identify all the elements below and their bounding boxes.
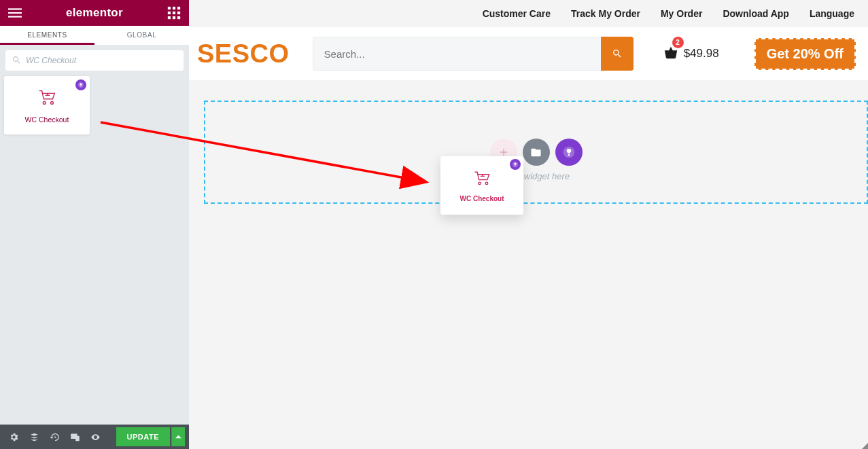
svg-rect-10 xyxy=(173,16,175,19)
update-button[interactable]: UPDATE xyxy=(116,427,170,446)
ghost-label: WC Checkout xyxy=(460,195,504,202)
site-logo[interactable]: SESCO xyxy=(197,39,290,69)
svg-rect-9 xyxy=(168,16,171,19)
svg-rect-0 xyxy=(8,8,22,10)
svg-rect-8 xyxy=(177,12,180,14)
nav-language[interactable]: Language xyxy=(810,8,854,19)
nav-download-app[interactable]: Download App xyxy=(723,8,788,19)
tab-global[interactable]: GLOBAL xyxy=(94,26,189,45)
site-header: SESCO 2 $49.98 Get 20% Off xyxy=(189,27,868,80)
top-nav: Customer Care Track My Order My Order Do… xyxy=(189,0,868,27)
panel-footer: UPDATE xyxy=(0,425,189,449)
nav-my-order[interactable]: My Order xyxy=(661,8,702,19)
cart-count-badge: 2 xyxy=(672,37,684,48)
responsive-icon[interactable] xyxy=(65,427,84,446)
basket-icon: 2 xyxy=(663,45,678,62)
preview-icon[interactable] xyxy=(86,427,105,446)
mini-cart[interactable]: 2 $49.98 xyxy=(663,45,719,62)
svg-point-13 xyxy=(80,86,81,86)
history-icon[interactable] xyxy=(45,427,64,446)
nav-track-order[interactable]: Track My Order xyxy=(571,8,640,19)
update-options-button[interactable] xyxy=(171,427,185,446)
svg-rect-4 xyxy=(173,7,175,10)
svg-rect-11 xyxy=(177,16,180,19)
svg-point-19 xyxy=(568,154,570,156)
svg-point-23 xyxy=(485,182,488,185)
svg-point-21 xyxy=(515,165,515,166)
cart-icon xyxy=(472,168,491,190)
cart-icon xyxy=(37,87,57,110)
widget-list: WC Checkout xyxy=(0,76,189,134)
widget-wc-checkout[interactable]: WC Checkout xyxy=(4,76,90,134)
eael-badge-icon xyxy=(75,79,86,90)
svg-rect-2 xyxy=(8,16,22,18)
product-search xyxy=(313,37,633,71)
cart-total: $49.98 xyxy=(684,47,719,60)
svg-point-15 xyxy=(51,102,54,105)
widget-search-input[interactable] xyxy=(5,50,184,71)
canvas: Drag widget here xyxy=(189,80,868,204)
svg-point-14 xyxy=(43,102,46,105)
promo-button[interactable]: Get 20% Off xyxy=(754,38,856,70)
svg-point-22 xyxy=(479,182,481,185)
elementor-panel: elementor ELEMENTS GLOBAL WC Checkout xyxy=(0,0,189,449)
search-icon xyxy=(12,55,22,65)
empty-section-dropzone[interactable]: Drag widget here xyxy=(204,101,868,204)
svg-rect-3 xyxy=(168,7,171,10)
menu-icon[interactable] xyxy=(8,6,22,20)
editor-preview: Customer Care Track My Order My Order Do… xyxy=(189,0,868,449)
panel-header: elementor xyxy=(0,0,189,26)
drag-ghost-widget: WC Checkout xyxy=(440,156,523,215)
settings-icon[interactable] xyxy=(4,427,23,446)
panel-tabs: ELEMENTS GLOBAL xyxy=(0,26,189,45)
navigator-icon[interactable] xyxy=(24,427,44,446)
product-search-button[interactable] xyxy=(601,37,633,71)
svg-rect-17 xyxy=(75,435,80,441)
svg-rect-5 xyxy=(177,7,180,10)
eael-badge-icon xyxy=(510,159,521,170)
svg-rect-6 xyxy=(168,12,171,14)
tab-elements[interactable]: ELEMENTS xyxy=(0,26,94,45)
ea-templates-button[interactable] xyxy=(555,139,583,166)
product-search-input[interactable] xyxy=(313,37,601,71)
nav-customer-care[interactable]: Customer Care xyxy=(483,8,551,19)
widget-search-wrap xyxy=(0,45,189,76)
widget-label: WC Checkout xyxy=(25,115,69,124)
add-template-button[interactable] xyxy=(523,139,550,166)
svg-rect-1 xyxy=(8,12,22,14)
resize-handle-icon xyxy=(862,443,868,449)
elementor-logo: elementor xyxy=(66,6,123,20)
svg-rect-7 xyxy=(173,12,175,14)
apps-grid-icon[interactable] xyxy=(167,6,181,20)
